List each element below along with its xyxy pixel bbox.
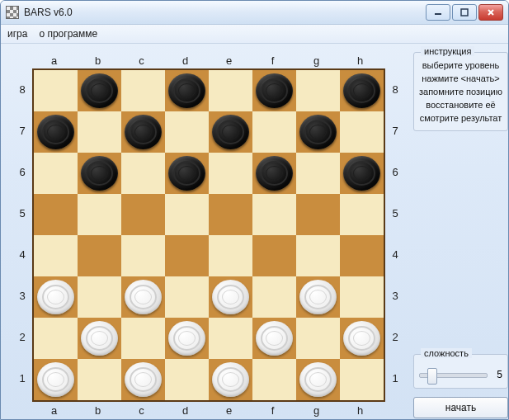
rank-label: 5 [385,192,405,234]
white-piece[interactable] [168,321,205,356]
black-piece[interactable] [256,156,293,191]
difficulty-slider[interactable] [419,366,488,383]
square-b7[interactable] [78,111,121,153]
square-h8[interactable] [340,70,384,111]
square-a5[interactable] [34,194,78,235]
black-piece[interactable] [256,73,293,108]
square-b4[interactable] [78,235,121,276]
square-b5[interactable] [78,194,121,235]
square-f3[interactable] [252,276,296,318]
square-d4[interactable] [165,235,209,276]
window-title: BARS v6.0 [24,7,426,18]
square-h4[interactable] [340,235,384,276]
square-g3[interactable] [296,276,340,318]
maximize-button[interactable] [452,4,477,21]
white-piece[interactable] [299,362,337,397]
square-h1[interactable] [340,359,384,400]
start-button[interactable]: начать [413,397,508,418]
square-d5[interactable] [165,194,209,235]
white-piece[interactable] [125,362,162,397]
square-c1[interactable] [121,359,165,400]
white-piece[interactable] [37,362,74,397]
rank-label: 6 [12,151,32,192]
square-e5[interactable] [209,194,252,235]
square-e7[interactable] [209,111,252,153]
square-a3[interactable] [34,276,78,318]
square-g7[interactable] [296,111,340,153]
square-a8[interactable] [34,70,78,111]
menu-about[interactable]: о программе [39,28,97,40]
square-b3[interactable] [78,276,121,318]
white-piece[interactable] [37,280,74,314]
square-g5[interactable] [296,194,340,235]
close-button[interactable] [478,4,503,21]
square-c3[interactable] [121,276,165,318]
square-d2[interactable] [165,318,209,359]
square-c7[interactable] [121,111,165,153]
square-e2[interactable] [209,318,252,359]
square-g1[interactable] [296,359,340,400]
white-piece[interactable] [212,362,249,397]
square-d7[interactable] [165,111,209,153]
square-f8[interactable] [252,70,296,111]
black-piece[interactable] [168,156,205,191]
menu-game[interactable]: игра [7,28,27,40]
square-c6[interactable] [121,153,165,194]
white-piece[interactable] [81,321,118,356]
white-piece[interactable] [125,280,162,314]
square-f2[interactable] [252,318,296,359]
square-e6[interactable] [209,153,252,194]
black-piece[interactable] [81,73,118,108]
square-g2[interactable] [296,318,340,359]
square-f1[interactable] [252,359,296,400]
square-e3[interactable] [209,276,252,318]
minimize-button[interactable] [426,4,450,21]
black-piece[interactable] [37,115,74,149]
square-a2[interactable] [34,318,78,359]
square-e4[interactable] [209,235,252,276]
checkers-board[interactable] [32,68,385,402]
square-b1[interactable] [78,359,121,400]
square-a7[interactable] [34,111,78,153]
square-h3[interactable] [340,276,384,318]
minimize-icon [434,8,442,17]
square-f6[interactable] [252,153,296,194]
square-b6[interactable] [78,153,121,194]
black-piece[interactable] [343,156,380,191]
square-f4[interactable] [252,235,296,276]
white-piece[interactable] [212,280,249,314]
square-c5[interactable] [121,194,165,235]
square-g4[interactable] [296,235,340,276]
black-piece[interactable] [212,115,249,149]
square-h7[interactable] [340,111,384,153]
black-piece[interactable] [125,115,162,149]
square-h6[interactable] [340,153,384,194]
square-e8[interactable] [209,70,252,111]
square-a4[interactable] [34,235,78,276]
square-d8[interactable] [165,70,209,111]
black-piece[interactable] [81,156,118,191]
square-h2[interactable] [340,318,384,359]
square-f7[interactable] [252,111,296,153]
square-a6[interactable] [34,153,78,194]
square-c4[interactable] [121,235,165,276]
square-d1[interactable] [165,359,209,400]
square-b2[interactable] [78,318,121,359]
black-piece[interactable] [299,115,337,149]
white-piece[interactable] [256,321,293,356]
black-piece[interactable] [168,73,205,108]
square-h5[interactable] [340,194,384,235]
square-g6[interactable] [296,153,340,194]
square-d3[interactable] [165,276,209,318]
square-f5[interactable] [252,194,296,235]
white-piece[interactable] [343,321,380,356]
square-d6[interactable] [165,153,209,194]
square-e1[interactable] [209,359,252,400]
black-piece[interactable] [343,73,380,108]
square-g8[interactable] [296,70,340,111]
square-a1[interactable] [34,359,78,400]
square-c2[interactable] [121,318,165,359]
white-piece[interactable] [299,280,337,314]
square-c8[interactable] [121,70,165,111]
square-b8[interactable] [78,70,121,111]
